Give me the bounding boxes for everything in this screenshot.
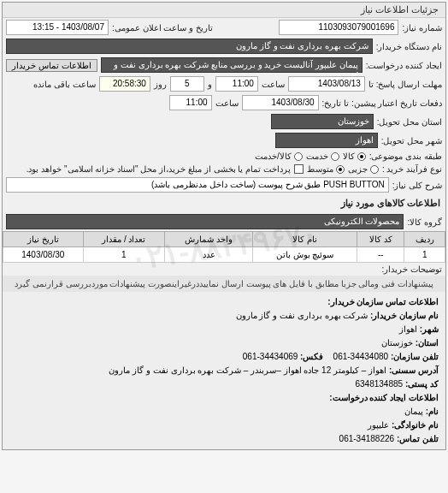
- creator-label: ایجاد کننده درخواست:: [366, 61, 442, 70]
- radio-dot-icon: [370, 165, 379, 174]
- radio-medium[interactable]: متوسط: [307, 164, 345, 174]
- row-delivery: دفعات تاریخ اعتبار پیشین: تا تاریخ: 1403…: [3, 93, 445, 112]
- delivery-date-field: 1403/08/30: [242, 95, 319, 110]
- address-value: اهواز – کیلومتر 12 جاده اهواز –سربندر – …: [109, 365, 386, 375]
- contact-org: نام سازمان خریدار: شرکت بهره برداری نفت …: [9, 309, 439, 323]
- family-value: علیپور: [368, 420, 389, 430]
- contact-province: استان: خوزستان: [9, 336, 439, 350]
- city-value: اهواز: [399, 324, 417, 334]
- radio-goods[interactable]: کالا: [343, 151, 366, 161]
- th-date: تاریخ نیاز: [3, 232, 84, 247]
- days-field: 5: [170, 76, 204, 92]
- items-section-title: اطلاعات کالاهای مورد نیاز: [3, 194, 445, 212]
- remain-label: ساعت باقی مانده: [33, 80, 96, 89]
- th-qty: تعداد / مقدار: [83, 232, 165, 247]
- req-no-field: 1103093079001696: [279, 20, 398, 35]
- th-name: نام کالا: [252, 232, 357, 247]
- contact-name: نام: پیمان: [9, 405, 439, 419]
- delivery-time-field: 11:00: [169, 95, 212, 110]
- desc-label: شرح کلی نیاز:: [392, 181, 442, 190]
- category-label: طبقه بندی موضوعی:: [369, 151, 442, 161]
- creator-section-title: اطلاعات ایجاد کننده درخواست:: [9, 391, 439, 405]
- radio-dot-icon: [357, 152, 366, 161]
- contact-info-button[interactable]: اطلاعات تماس خریدار: [6, 59, 97, 72]
- city-label: شهر محل تحویل:: [381, 136, 442, 146]
- contact-address: آدرس سسنی: اهواز – کیلومتر 12 جاده اهواز…: [9, 364, 439, 377]
- deadline-label: مهلت ارسال پاسخ: تا: [368, 80, 442, 89]
- days-label: و: [208, 80, 212, 89]
- panel-title: جزئیات اطلاعات نیاز: [3, 3, 445, 18]
- pt-medium-label: متوسط: [307, 164, 333, 174]
- delivery-time-label: ساعت: [215, 98, 239, 108]
- contact-tel: تلفن تماس: 34188226-061: [9, 432, 439, 446]
- td-name: سوئیچ بوش باتن: [252, 247, 357, 263]
- td-date: 1403/08/30: [3, 247, 84, 263]
- table-row[interactable]: 1 -- سوئیچ بوش باتن عدد 1 1403/08/30: [3, 247, 445, 263]
- row-group: گروه کالا: محصولات الکترونیکی: [3, 212, 445, 231]
- th-index: ردیف: [404, 232, 445, 247]
- row-purchase-type: نوع فرآیند خرید : جزیی متوسط پرداخت تمام…: [3, 163, 445, 175]
- row-creator: ایجاد کننده درخواست: پیمان علیپور آنالیس…: [3, 56, 445, 74]
- row-location: استان محل تحویل: خوزستان: [3, 112, 445, 131]
- contact-section-title: اطلاعات تماس سازمان خریدار:: [9, 295, 439, 309]
- td-index: 1: [404, 247, 445, 263]
- tel-label: تلفن تماس:: [397, 434, 439, 443]
- contact-city: شهر: اهواز: [9, 323, 439, 336]
- remain-field: 20:58:30: [99, 76, 150, 92]
- province-value: خوزستان: [381, 338, 413, 347]
- row-desc: شرح کلی نیاز: PUSH BUTTON طبق شرح پیوست …: [3, 175, 445, 194]
- req-no-label: شماره نیاز:: [402, 23, 442, 33]
- city-label: شهر:: [420, 324, 439, 334]
- province-field: خوزستان: [271, 114, 374, 129]
- th-unit: واحد شمارش: [165, 232, 253, 247]
- city-field: اهواز: [275, 133, 378, 148]
- row-city: شهر محل تحویل: اهواز: [3, 131, 445, 150]
- name-label: نام:: [426, 407, 439, 416]
- td-unit: عدد: [165, 247, 253, 263]
- td-code: --: [357, 247, 404, 263]
- contact-family: نام خانوادگی: علیپور: [9, 419, 439, 432]
- purchase-type-label: نوع فرآیند خرید :: [382, 164, 442, 174]
- buyer-note-label: توضیحات خریدار:: [381, 264, 442, 274]
- province-label: استان:: [416, 338, 439, 347]
- radio-goodservice[interactable]: کالا/خدمت: [255, 151, 303, 161]
- pt-note: پرداخت تمام یا بخشی از مبلغ خرید،از محل …: [27, 164, 291, 174]
- contact-postal: کد پستی: 6348134885: [9, 377, 439, 391]
- row-deadline: مهلت ارسال پاسخ: تا 1403/08/13 ساعت 11:0…: [3, 74, 445, 93]
- contact-section: اطلاعات تماس سازمان خریدار: نام سازمان خ…: [3, 292, 445, 449]
- address-label: آدرس سسنی:: [389, 365, 439, 375]
- radio-dot-icon: [336, 165, 345, 174]
- th-code: کد کالا: [357, 232, 404, 247]
- postal-label: کد پستی:: [405, 379, 439, 389]
- days-after: روز: [154, 80, 167, 89]
- group-field: محصولات الکترونیکی: [6, 214, 404, 229]
- pt-retail-label: جزیی: [348, 164, 368, 174]
- cat-goodservice-label: کالا/خدمت: [255, 151, 292, 161]
- row-req-no: شماره نیاز: 1103093079001696 تاریخ و ساع…: [3, 18, 445, 37]
- announce-field: 1403/08/07 - 13:15: [6, 20, 109, 35]
- announce-label: تاریخ و ساعت اعلان عمومی:: [112, 23, 213, 33]
- buyer-field: شرکت بهره برداری نفت و گاز مارون: [6, 39, 373, 54]
- td-qty: 1: [83, 247, 165, 263]
- cat-service-label: خدمت: [306, 151, 328, 161]
- desc-field: PUSH BUTTON طبق شرح پیوست (ساخت داخل مدن…: [6, 177, 389, 193]
- delivery-history-label: دفعات تاریخ اعتبار پیشین: تا تاریخ:: [322, 98, 442, 108]
- radio-dot-icon: [294, 152, 303, 161]
- buyer-note-text: پیشنهادات فنی ومالی جزبا مطابق با فایل ه…: [3, 276, 445, 292]
- family-label: نام خانوادگی:: [392, 420, 439, 430]
- table-header-row: ردیف کد کالا نام کالا واحد شمارش تعداد /…: [3, 232, 445, 247]
- tel-value: 34188226-061: [339, 434, 395, 443]
- radio-retail[interactable]: جزیی: [348, 164, 379, 174]
- phone-label: تلفن سازمان:: [391, 352, 439, 361]
- radio-service[interactable]: خدمت: [306, 151, 339, 161]
- province-label: استان محل تحویل:: [377, 117, 442, 127]
- creator-field: پیمان علیپور آنالیست خرید و بررسی منابع …: [101, 57, 363, 73]
- fax-value: 34434069-061: [243, 352, 298, 361]
- fax-label: فکس:: [300, 352, 323, 361]
- deadline-date-field: 1403/08/13: [288, 76, 365, 92]
- row-buyer: نام دستگاه خریدار: شرکت بهره برداری نفت …: [3, 37, 445, 56]
- org-label: نام سازمان خریدار:: [370, 311, 439, 320]
- contact-phone: تلفن سازمان: 34434080-061 فکس: 34434069-…: [9, 350, 439, 364]
- buyer-label: نام دستگاه خریدار:: [376, 42, 442, 51]
- treasury-checkbox[interactable]: [294, 164, 304, 174]
